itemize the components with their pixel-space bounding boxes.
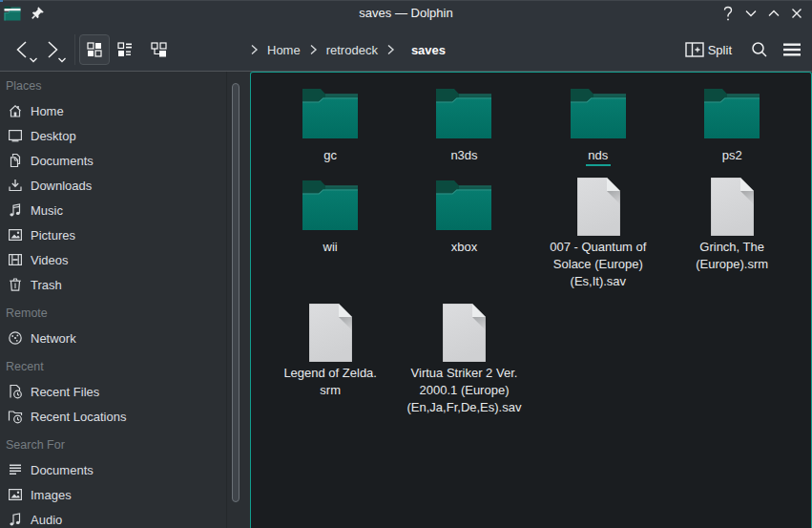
sidebar-item-label: Recent Files bbox=[31, 385, 99, 399]
forward-button[interactable] bbox=[38, 37, 65, 62]
icon-grid-row: Legend of Zelda. srm Virtua Striker 2 Ve… bbox=[263, 303, 799, 429]
back-button[interactable] bbox=[10, 37, 36, 62]
chevron-right-icon bbox=[309, 44, 318, 55]
sidebar-item-music[interactable]: Music bbox=[0, 198, 225, 222]
file-item-grinch-the-europe-srm[interactable]: Grinch, The (Europe).srm bbox=[665, 177, 799, 303]
maximize-button[interactable] bbox=[762, 2, 785, 25]
view-details-icon bbox=[117, 42, 133, 57]
close-icon bbox=[789, 6, 804, 21]
view-details-button[interactable] bbox=[110, 34, 140, 65]
sidebar-item-pictures[interactable]: Pictures bbox=[0, 222, 225, 247]
item-label: nds bbox=[588, 147, 608, 164]
folder-item-xbox[interactable]: xbox bbox=[397, 177, 531, 303]
folder-icon bbox=[300, 85, 361, 146]
breadcrumb-separator bbox=[309, 44, 318, 55]
places-panel-content: PlacesHomeDesktopDocumentsDownloadsMusic… bbox=[0, 76, 225, 528]
item-label: 007 - Quantum of Solace (Europe) (Es,It)… bbox=[550, 239, 646, 290]
sidebar-section-recent: Recent bbox=[0, 357, 225, 376]
sidebar-item-documents[interactable]: Documents bbox=[0, 457, 225, 482]
file-item-007-quantum-of-solace-europe-es-it-sav[interactable]: 007 - Quantum of Solace (Europe) (Es,It)… bbox=[531, 177, 665, 303]
dolphin-window: saves — Dolphin bbox=[0, 0, 812, 528]
sidebar-item-recent-files[interactable]: Recent Files bbox=[0, 379, 225, 404]
desktop-icon bbox=[8, 128, 23, 143]
sidebar-item-documents[interactable]: Documents bbox=[0, 148, 225, 173]
view-tree-button[interactable] bbox=[143, 34, 174, 65]
hamburger-menu-button[interactable] bbox=[782, 42, 802, 57]
folder-view[interactable]: gc n3ds nds ps2 bbox=[250, 72, 812, 528]
view-icons-button[interactable] bbox=[79, 34, 110, 65]
help-icon bbox=[721, 6, 735, 21]
view-tree-icon bbox=[151, 42, 167, 57]
item-label: Virtua Striker 2 Ver. 2000.1 (Europe) (E… bbox=[407, 365, 522, 416]
sidebar-item-downloads[interactable]: Downloads bbox=[0, 173, 225, 198]
sidebar-item-label: Documents bbox=[31, 463, 94, 477]
sidebar-item-label: Images bbox=[31, 488, 72, 502]
sidebar-item-videos[interactable]: Videos bbox=[0, 247, 225, 272]
sidebar-item-recent-locations[interactable]: Recent Locations bbox=[0, 404, 225, 429]
chevron-down-icon bbox=[743, 6, 759, 21]
documents-icon bbox=[8, 153, 23, 168]
item-label: n3ds bbox=[450, 147, 477, 164]
minimize-button[interactable] bbox=[739, 2, 762, 25]
close-button[interactable] bbox=[785, 2, 808, 25]
sidebar-item-label: Music bbox=[31, 203, 63, 218]
sidebar-item-label: Desktop bbox=[31, 129, 76, 143]
breadcrumb-item-saves[interactable]: saves bbox=[411, 43, 446, 57]
folder-item-wii[interactable]: wii bbox=[263, 177, 397, 303]
sidebar-item-audio[interactable]: Audio bbox=[0, 507, 225, 528]
sidebar-item-label: Downloads bbox=[31, 179, 92, 193]
sidebar-section-remote: Remote bbox=[0, 304, 225, 323]
toolbar-separator bbox=[74, 34, 75, 65]
file-icon bbox=[300, 303, 361, 364]
help-button[interactable] bbox=[717, 2, 739, 25]
trash-icon bbox=[8, 277, 23, 292]
item-label: xbox bbox=[451, 239, 477, 256]
music-icon bbox=[8, 202, 23, 218]
toolbar: Home retrodeck saves Split bbox=[0, 27, 812, 71]
sidebar-item-home[interactable]: Home bbox=[0, 98, 225, 123]
breadcrumb-root-chevron[interactable] bbox=[250, 44, 259, 55]
sidebar-item-label: Home bbox=[31, 104, 64, 118]
icon-grid: gc n3ds nds ps2 bbox=[263, 85, 799, 429]
item-label: ps2 bbox=[722, 147, 742, 164]
search-button[interactable] bbox=[751, 41, 768, 58]
item-label: gc bbox=[323, 147, 337, 164]
breadcrumb-item-retrodeck[interactable]: retrodeck bbox=[326, 43, 378, 57]
sidebar-item-desktop[interactable]: Desktop bbox=[0, 123, 225, 148]
sidebar-scrollbar[interactable] bbox=[232, 83, 239, 502]
titlebar: saves — Dolphin bbox=[0, 0, 812, 27]
recent-locations-icon bbox=[8, 409, 23, 424]
window-title: saves — Dolphin bbox=[0, 0, 812, 27]
icon-grid-row: wii xbox 007 - Quantum of Solace (Europe… bbox=[263, 177, 799, 303]
search-audio-icon bbox=[8, 512, 23, 527]
caret-down-icon bbox=[29, 56, 38, 64]
places-panel: PlacesHomeDesktopDocumentsDownloadsMusic… bbox=[0, 72, 250, 528]
folder-icon bbox=[433, 177, 494, 238]
folder-item-nds[interactable]: nds bbox=[531, 85, 665, 177]
sidebar-item-label: Documents bbox=[31, 154, 94, 168]
caret-down-icon bbox=[57, 56, 67, 64]
current-item-underline bbox=[586, 164, 611, 166]
file-item-virtua-striker-2-ver-2000-1-europe-en-ja-fr-de-es-sav[interactable]: Virtua Striker 2 Ver. 2000.1 (Europe) (E… bbox=[397, 303, 531, 429]
split-button[interactable]: Split bbox=[685, 42, 732, 57]
sidebar-item-images[interactable]: Images bbox=[0, 482, 225, 507]
view-icons-icon bbox=[87, 42, 102, 57]
sidebar-item-trash[interactable]: Trash bbox=[0, 272, 225, 297]
chevron-right-icon bbox=[250, 44, 259, 55]
file-item-legend-of-zelda-srm[interactable]: Legend of Zelda. srm bbox=[263, 303, 397, 429]
folder-item-ps2[interactable]: ps2 bbox=[665, 85, 799, 177]
folder-icon bbox=[568, 85, 629, 146]
split-button-label: Split bbox=[708, 43, 732, 57]
sidebar-item-label: Audio bbox=[31, 513, 62, 527]
breadcrumb: Home retrodeck saves bbox=[250, 34, 446, 65]
sidebar-item-label: Recent Locations bbox=[31, 410, 126, 424]
sidebar-item-network[interactable]: Network bbox=[0, 326, 225, 350]
split-view-icon bbox=[685, 42, 704, 57]
breadcrumb-item-home[interactable]: Home bbox=[267, 43, 301, 57]
breadcrumb-separator bbox=[386, 44, 395, 55]
network-icon bbox=[8, 330, 23, 346]
folder-item-gc[interactable]: gc bbox=[263, 85, 397, 177]
folder-item-n3ds[interactable]: n3ds bbox=[397, 85, 531, 177]
chevron-right-icon bbox=[386, 44, 395, 55]
item-label: wii bbox=[323, 239, 338, 256]
